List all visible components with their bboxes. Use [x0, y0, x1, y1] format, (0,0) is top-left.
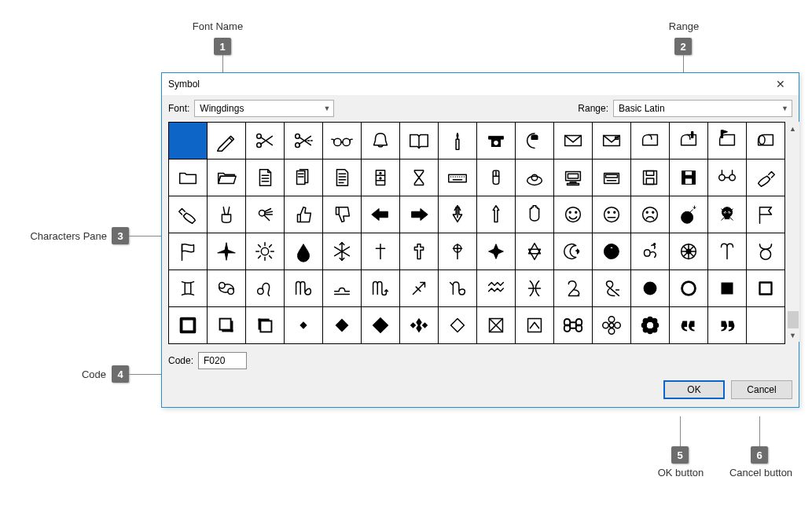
char-cancer[interactable] [208, 270, 245, 306]
char-sun[interactable] [246, 233, 284, 270]
scroll-down-icon[interactable]: ▼ [786, 328, 799, 342]
char-ok-hand[interactable] [246, 196, 284, 233]
char-diamond-filled[interactable] [323, 307, 361, 343]
char-telephone-receiver[interactable] [516, 123, 553, 159]
char-thumbs-down[interactable] [323, 196, 361, 233]
char-aries[interactable] [708, 233, 746, 270]
code-input[interactable]: F020 [198, 352, 247, 369]
char-cross-outline[interactable] [400, 233, 438, 270]
char-victory-hand[interactable] [208, 196, 245, 233]
char-pennant[interactable] [169, 233, 207, 270]
char-circle-outline[interactable] [670, 270, 707, 306]
char-square-filled[interactable] [708, 270, 746, 306]
char-diamond-4[interactable] [400, 307, 438, 343]
char-point-left[interactable] [362, 196, 399, 233]
characters-pane[interactable] [168, 122, 785, 344]
char-telephone[interactable] [477, 123, 515, 159]
char-star-of-david[interactable] [516, 233, 553, 270]
char-blank[interactable] [169, 123, 207, 159]
char-quote-close[interactable] [708, 307, 746, 343]
char-bell[interactable] [362, 123, 399, 159]
char-box-caret[interactable] [516, 307, 553, 343]
char-command[interactable] [554, 307, 592, 343]
char-ampersand[interactable] [593, 270, 630, 306]
char-flower-outline[interactable] [593, 307, 630, 343]
char-folder-open[interactable] [208, 160, 245, 196]
char-mouse[interactable] [477, 160, 515, 196]
char-square-outline-2[interactable] [169, 307, 207, 343]
char-smile[interactable] [554, 196, 592, 233]
char-pencil[interactable] [208, 123, 245, 159]
char-blank2[interactable] [747, 307, 784, 343]
char-thumbs-up[interactable] [285, 196, 322, 233]
char-libra[interactable] [323, 270, 361, 306]
font-dropdown[interactable]: Wingdings ▼ [194, 100, 334, 117]
char-point-right[interactable] [400, 196, 438, 233]
char-book-open[interactable] [400, 123, 438, 159]
char-box-x[interactable] [477, 307, 515, 343]
char-keyboard[interactable] [439, 160, 476, 196]
char-diamond-small[interactable] [285, 307, 322, 343]
char-sagittarius[interactable] [400, 270, 438, 306]
char-scissors-tape[interactable] [708, 160, 746, 196]
scroll-up-icon[interactable]: ▲ [786, 122, 799, 135]
char-cross-celtic[interactable] [439, 233, 476, 270]
char-file-cabinet[interactable] [362, 160, 399, 196]
scrollbar[interactable]: ▲ ▼ [786, 122, 799, 342]
char-hourglass[interactable] [400, 160, 438, 196]
char-aquarius[interactable] [477, 270, 515, 306]
char-scissors-cut[interactable] [285, 123, 322, 159]
char-shadow-sq-br[interactable] [208, 307, 245, 343]
char-square-outline[interactable] [747, 270, 784, 306]
char-flower-filled[interactable] [631, 307, 669, 343]
char-bomb[interactable] [670, 196, 707, 233]
char-clipboard[interactable] [323, 160, 361, 196]
char-mailbox-open[interactable] [747, 123, 784, 159]
char-envelope-stamp[interactable] [593, 123, 630, 159]
char-frown[interactable] [631, 196, 669, 233]
char-cross-maltese[interactable] [477, 233, 515, 270]
char-scissors[interactable] [246, 123, 284, 159]
char-skull[interactable] [708, 196, 746, 233]
char-pisces[interactable] [516, 270, 553, 306]
char-quote-open[interactable] [670, 307, 707, 343]
char-folder[interactable] [169, 160, 207, 196]
char-point-up[interactable] [439, 196, 476, 233]
char-capricorn[interactable] [439, 270, 476, 306]
char-floppy-1[interactable] [631, 160, 669, 196]
char-mailbox-2[interactable] [670, 123, 707, 159]
char-gemini[interactable] [169, 270, 207, 306]
char-hand[interactable] [516, 196, 553, 233]
char-computer[interactable] [554, 160, 592, 196]
range-dropdown[interactable]: Basic Latin ▼ [613, 100, 792, 117]
char-point-up-2[interactable] [477, 196, 515, 233]
char-neutral-face[interactable] [593, 196, 630, 233]
char-document[interactable] [246, 160, 284, 196]
char-envelope[interactable] [554, 123, 592, 159]
char-et[interactable] [554, 270, 592, 306]
char-diamond-outline[interactable] [439, 307, 476, 343]
scroll-thumb[interactable] [788, 311, 799, 328]
char-diamond-large[interactable] [362, 307, 399, 343]
ok-button[interactable]: OK [663, 380, 725, 399]
char-circle-filled[interactable] [631, 270, 669, 306]
char-disk-drive[interactable] [593, 160, 630, 196]
char-glasses[interactable] [323, 123, 361, 159]
char-om[interactable] [631, 233, 669, 270]
char-virgo[interactable] [285, 270, 322, 306]
char-airplane[interactable] [208, 233, 245, 270]
cancel-button[interactable]: Cancel [731, 380, 792, 399]
char-yin-yang[interactable] [593, 233, 630, 270]
char-star-crescent[interactable] [554, 233, 592, 270]
char-mailbox-1[interactable] [631, 123, 669, 159]
char-writing-hand-2[interactable] [169, 196, 207, 233]
char-writing-hand[interactable] [747, 160, 784, 196]
char-documents[interactable] [285, 160, 322, 196]
char-snowflake[interactable] [323, 233, 361, 270]
char-trackball[interactable] [516, 160, 553, 196]
char-flag[interactable] [747, 196, 784, 233]
char-scorpio[interactable] [362, 270, 399, 306]
char-shadow-sq-tl[interactable] [246, 307, 284, 343]
char-leo[interactable] [246, 270, 284, 306]
char-floppy-2[interactable] [670, 160, 707, 196]
